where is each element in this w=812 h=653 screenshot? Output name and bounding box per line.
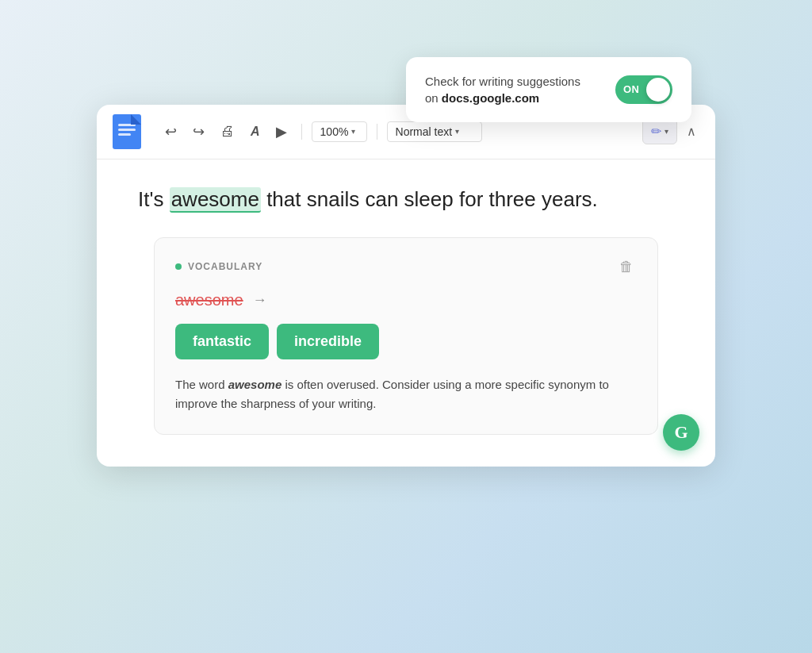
chip-fantastic[interactable]: fantastic [175, 324, 269, 359]
grammarly-g-button[interactable]: G [663, 414, 699, 451]
chip-incredible[interactable]: incredible [277, 324, 379, 359]
undo-button[interactable]: ↩ [160, 120, 182, 144]
highlighted-word: awesome [170, 187, 261, 213]
grammarly-toggle[interactable]: ON [615, 75, 672, 104]
undo-icon: ↩ [165, 123, 177, 140]
suggestion-card: VOCABULARY 🗑 awesome → fantastic incredi… [154, 237, 658, 435]
trash-icon: 🗑 [619, 259, 634, 275]
editor-card: ↩ ↪ 🖨 A ▶ 100% ▾ Normal text ▾ [97, 105, 715, 467]
sentence-after: that snails can sleep for three years. [261, 187, 598, 211]
doc-body: It's awesome that snails can sleep for t… [97, 159, 715, 467]
tooltip-line1: Check for writing suggestions [425, 75, 580, 88]
svg-rect-3 [118, 133, 131, 136]
toggle-container: ON [615, 75, 672, 104]
replacement-row: awesome → [175, 291, 637, 309]
suggestion-chips: fantastic incredible [175, 324, 637, 359]
tooltip-text: Check for writing suggestions on docs.go… [425, 73, 580, 106]
toggle-label: ON [623, 83, 640, 95]
grammarly-tooltip: Check for writing suggestions on docs.go… [406, 57, 691, 122]
toolbar-divider-1 [301, 124, 302, 140]
toolbar-divider-2 [377, 124, 377, 140]
print-icon: 🖨 [220, 123, 235, 140]
sentence-before: It's [138, 187, 170, 211]
toggle-knob [646, 78, 670, 102]
style-chevron-icon: ▾ [455, 127, 459, 136]
print-button[interactable]: 🖨 [216, 120, 239, 143]
zoom-chevron-icon: ▾ [351, 127, 355, 136]
suggestion-header: VOCABULARY 🗑 [175, 255, 637, 278]
collapse-icon: ∧ [687, 125, 696, 138]
suggestion-label: VOCABULARY [175, 261, 262, 272]
redo-icon: ↪ [193, 123, 205, 140]
edit-chevron-icon: ▾ [665, 127, 668, 136]
edit-button[interactable]: ✏ ▾ [642, 118, 677, 144]
tooltip-domain: docs.google.com [442, 91, 539, 105]
svg-rect-2 [118, 129, 136, 131]
style-select[interactable]: Normal text ▾ [387, 121, 482, 142]
desc-before: The word [175, 378, 228, 391]
doc-sentence: It's awesome that snails can sleep for t… [138, 185, 674, 213]
text-format-icon: A [251, 125, 260, 139]
desc-word: awesome [228, 378, 282, 391]
tooltip-line2: on docs.google.com [425, 91, 539, 105]
original-word-strikethrough: awesome [175, 291, 243, 309]
paint-format-button[interactable]: ▶ [271, 120, 292, 144]
grammarly-g-label: G [674, 422, 688, 443]
collapse-button[interactable]: ∧ [684, 121, 699, 142]
delete-suggestion-button[interactable]: 🗑 [616, 255, 637, 278]
paint-format-icon: ▶ [276, 123, 287, 140]
docs-logo-icon [113, 114, 141, 149]
text-format-button[interactable]: A [246, 121, 265, 142]
svg-rect-0 [113, 114, 141, 149]
edit-pencil-icon: ✏ [651, 124, 661, 139]
redo-button[interactable]: ↪ [188, 120, 209, 144]
zoom-select[interactable]: 100% ▾ [312, 121, 367, 142]
suggestion-category: VOCABULARY [188, 261, 262, 272]
suggestion-description: The word awesome is often overused. Cons… [175, 375, 637, 413]
zoom-value: 100% [320, 125, 349, 138]
style-value: Normal text [396, 125, 453, 138]
arrow-icon: → [253, 292, 267, 309]
vocabulary-dot [175, 263, 182, 270]
